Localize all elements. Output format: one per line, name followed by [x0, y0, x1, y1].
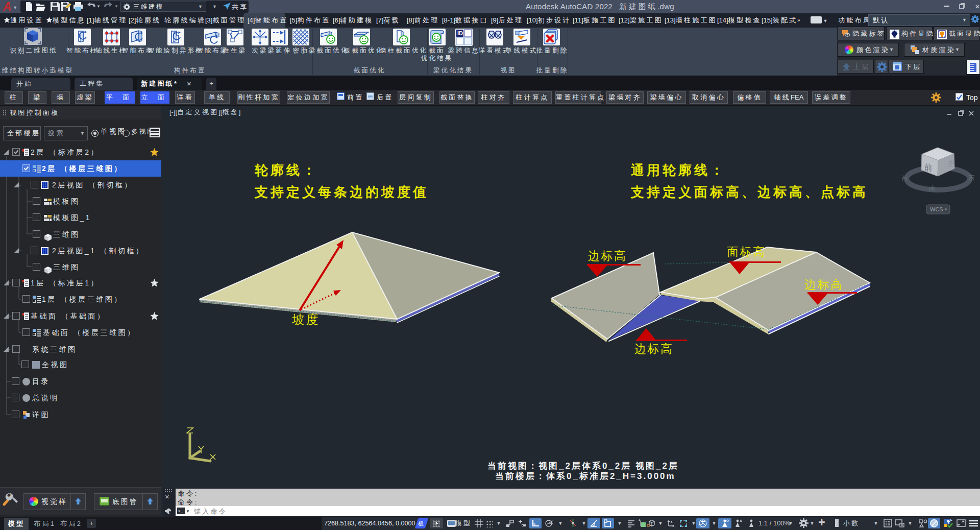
svg-text:▼: ▼ [96, 4, 101, 9]
svg-text:前: 前 [924, 163, 933, 173]
svg-text:支持定义面标高、边标高、点标高: 支持定义面标高、边标高、点标高 [630, 184, 868, 200]
svg-text:▼: ▼ [944, 207, 948, 212]
svg-text:西: 西 [901, 175, 908, 182]
svg-text:当前视图：视图_2层体系0_2层 视图_2层: 当前视图：视图_2层体系0_2层 视图_2层 [487, 461, 679, 471]
svg-text:▼: ▼ [114, 4, 118, 9]
svg-text:边标高: 边标高 [634, 342, 674, 355]
svg-text:▼: ▼ [212, 4, 217, 9]
svg-text:左: 左 [947, 159, 955, 167]
svg-text:[-][自定义视图][概念]: [-][自定义视图][概念] [169, 108, 240, 116]
svg-text:边标高: 边标高 [588, 249, 627, 262]
svg-text:通用轮廓线：: 通用轮廓线： [630, 162, 726, 178]
svg-text:东: 东 [968, 174, 974, 181]
svg-text:南: 南 [929, 184, 936, 192]
svg-text:面标高: 面标高 [727, 245, 766, 258]
svg-text:ID: ID [457, 30, 463, 36]
svg-text:WCS: WCS [930, 206, 943, 212]
svg-text:轮廓线：: 轮廓线： [254, 162, 318, 178]
svg-text:边标高: 边标高 [804, 278, 844, 291]
svg-text:当前楼层：体系0_标准层2_H=3.000m: 当前楼层：体系0_标准层2_H=3.000m [495, 471, 676, 481]
svg-text:坡度: 坡度 [291, 312, 320, 326]
svg-text:支持定义每条边的坡度值: 支持定义每条边的坡度值 [254, 184, 429, 200]
